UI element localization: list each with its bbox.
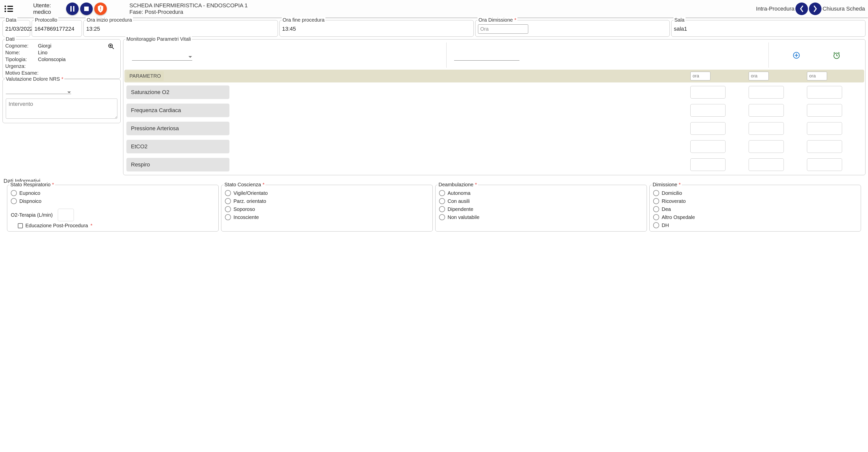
cognome-value: Giorgi <box>38 43 108 49</box>
pause-button[interactable] <box>66 2 79 15</box>
field-ora-fine-value: 13:45 <box>282 24 471 34</box>
respiratorio-group: Stato Respiratorio* Eupnoico Dispnoico O… <box>7 185 219 232</box>
title-block: SCHEDA INFERMIERISTICA - ENDOSCOPIA 1 Fa… <box>129 2 248 15</box>
radio-dispnoico[interactable]: Dispnoico <box>11 197 215 205</box>
nome-value: Lino <box>38 50 108 56</box>
user-value: medico <box>33 9 51 15</box>
radio-soporoso[interactable]: Soporoso <box>225 205 429 213</box>
radio-autonoma[interactable]: Autonoma <box>439 189 643 197</box>
user-block: Utente: medico <box>33 2 51 15</box>
radio-parz-orientato[interactable]: Parz. orientato <box>225 197 429 205</box>
prev-phase-button[interactable] <box>795 2 808 15</box>
param-value-input[interactable] <box>749 122 784 135</box>
phase-nav: Intra-Procedura Chiusura Scheda <box>756 2 865 15</box>
svg-rect-2 <box>84 6 89 11</box>
o2-terapia-input[interactable] <box>58 209 74 221</box>
tipologia-label: Tipologia: <box>5 57 38 62</box>
radio-eupnoico[interactable]: Eupnoico <box>11 189 215 197</box>
param-value-input[interactable] <box>807 86 842 98</box>
field-protocollo: Protocollo 1647869177224 <box>32 20 82 37</box>
vitals-table: PARAMETRO Saturazione O2 Frequenza Cardi… <box>124 70 864 173</box>
field-protocollo-label: Protocollo <box>34 17 58 23</box>
param-value-input[interactable] <box>807 158 842 171</box>
coscienza-group: Stato Coscienza* Vigile/Orientato Parz. … <box>221 185 433 232</box>
field-ora-fine: Ora fine procedura 13:45 <box>279 20 474 37</box>
educazione-checkbox-row[interactable]: Educazione Post-Procedura * <box>11 221 215 229</box>
alarm-icon[interactable] <box>833 51 841 59</box>
radio-vigile[interactable]: Vigile/Orientato <box>225 189 429 197</box>
svg-line-15 <box>834 52 835 53</box>
o2-terapia-row: O2-Terapia (L/min) <box>11 209 215 221</box>
next-phase-button[interactable] <box>809 2 822 15</box>
top-fields-row: Data 21/03/2022 Protocollo 1647869177224… <box>0 18 868 37</box>
nrs-select[interactable] <box>6 84 71 94</box>
intervento-textarea[interactable] <box>6 98 117 119</box>
nrs-legend: Valutazione Dolore NRS* <box>5 76 64 82</box>
user-label: Utente: <box>33 2 51 9</box>
table-row: Saturazione O2 <box>124 84 864 100</box>
radio-dea[interactable]: Dea <box>653 205 857 213</box>
radio-dipendente[interactable]: Dipendente <box>439 205 643 213</box>
field-ora-inizio-label: Ora inizio procedura <box>86 17 133 23</box>
field-ora-inizio: Ora inizio procedura 13:25 <box>84 20 278 37</box>
dati-informativi-section: Dati Informativi Stato Respiratorio* Eup… <box>0 175 868 232</box>
param-value-input[interactable] <box>690 140 725 153</box>
field-ora-dimissione: Ora Dimissione* <box>475 20 670 37</box>
dimissione-legend: Dimissione* <box>652 182 682 187</box>
ora-dimissione-input[interactable] <box>478 24 528 34</box>
param-name: Respiro <box>126 158 229 172</box>
alert-button[interactable] <box>94 2 107 15</box>
middle-section: Dati Cognome: Giorgi Nome: Lino Tipologi… <box>0 37 868 175</box>
param-value-input[interactable] <box>690 122 725 135</box>
tipologia-value: Colonscopia <box>38 57 108 62</box>
param-value-input[interactable] <box>749 86 784 98</box>
header-circle-buttons <box>66 2 107 15</box>
motivo-label: Motivo Esame: <box>5 70 118 76</box>
next-phase-label: Chiusura Scheda <box>823 5 865 12</box>
prev-phase-label: Intra-Procedura <box>756 5 794 12</box>
educazione-checkbox[interactable] <box>18 223 23 228</box>
param-value-input[interactable] <box>807 122 842 135</box>
cognome-label: Cognome: <box>5 43 38 49</box>
o2-terapia-label: O2-Terapia (L/min) <box>11 212 53 218</box>
ora-input-2[interactable] <box>749 72 769 81</box>
urgenza-label: Urgenza: <box>5 63 38 69</box>
radio-non-valutabile[interactable]: Non valutabile <box>439 213 643 221</box>
field-ora-dimissione-label: Ora Dimissione* <box>477 17 518 23</box>
dati-legend: Dati <box>5 36 16 42</box>
add-column-icon[interactable] <box>793 52 800 59</box>
deambulazione-group: Deambulazione* Autonoma Con ausili Dipen… <box>435 185 647 232</box>
coscienza-legend: Stato Coscienza* <box>223 182 266 187</box>
page-title: SCHEDA INFERMIERISTICA - ENDOSCOPIA 1 <box>129 2 248 9</box>
svg-line-6 <box>112 47 114 49</box>
param-value-input[interactable] <box>690 104 725 117</box>
param-value-input[interactable] <box>749 104 784 117</box>
svg-rect-0 <box>70 6 72 11</box>
param-value-input[interactable] <box>690 158 725 171</box>
deambulazione-legend: Deambulazione* <box>437 182 478 187</box>
radio-altro-ospedale[interactable]: Altro Ospedale <box>653 213 857 221</box>
menu-icon[interactable] <box>4 4 13 13</box>
radio-dh[interactable]: DH <box>653 221 857 229</box>
param-value-input[interactable] <box>807 104 842 117</box>
vitals-input-2[interactable] <box>454 50 520 61</box>
param-value-input[interactable] <box>749 140 784 153</box>
radio-incosciente[interactable]: Incosciente <box>225 213 429 221</box>
vitals-select-1[interactable] <box>132 50 192 61</box>
field-ora-fine-label: Ora fine procedura <box>282 17 326 23</box>
respiratorio-legend: Stato Respiratorio* <box>9 182 55 187</box>
radio-con-ausili[interactable]: Con ausili <box>439 197 643 205</box>
ora-input-3[interactable] <box>807 72 827 81</box>
param-value-input[interactable] <box>690 86 725 98</box>
param-name: Pressione Arteriosa <box>126 122 229 135</box>
radio-domicilio[interactable]: Domicilio <box>653 189 857 197</box>
param-value-input[interactable] <box>807 140 842 153</box>
educazione-label: Educazione Post-Procedura <box>25 223 88 229</box>
param-value-input[interactable] <box>749 158 784 171</box>
radio-ricoverato[interactable]: Ricoverato <box>653 197 857 205</box>
dimissione-group: Dimissione* Domicilio Ricoverato Dea Alt… <box>649 185 861 232</box>
ora-input-1[interactable] <box>690 72 710 81</box>
zoom-icon[interactable] <box>108 43 118 50</box>
vitals-panel: Monitoraggio Parametri Vitali <box>123 39 866 175</box>
stop-button[interactable] <box>80 2 93 15</box>
